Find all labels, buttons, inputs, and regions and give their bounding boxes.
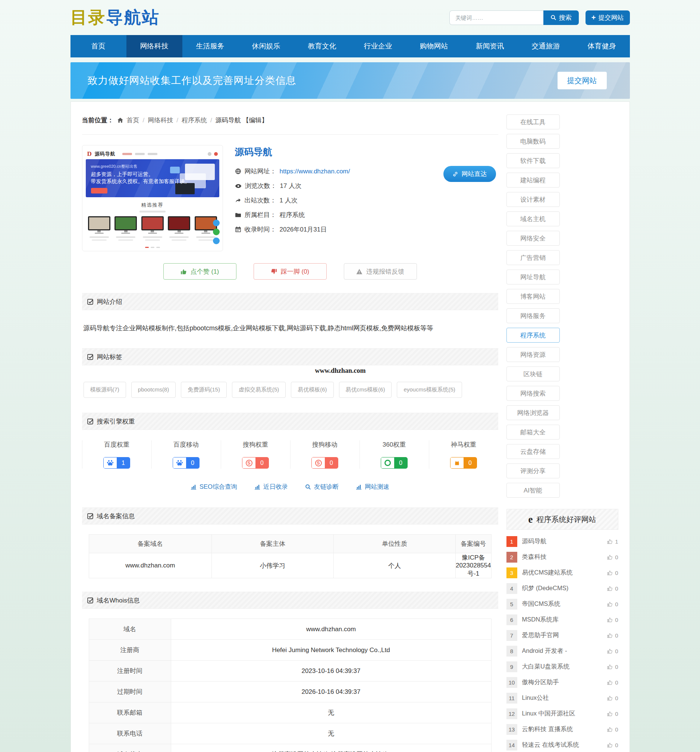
nav-tab[interactable]: 网络科技 [126, 35, 182, 57]
category-button[interactable]: 网络安全 [506, 231, 560, 246]
category-grid: 在线工具电脑数码软件下载建站编程设计素材域名主机网络安全广告营销网址导航博客网站… [506, 113, 618, 498]
category-button[interactable]: 设计素材 [506, 192, 560, 207]
nav-tab[interactable]: 交通旅游 [518, 35, 574, 57]
check-square-icon [87, 597, 93, 604]
banner-slogan: 致力做好网站收集工作以及完善网址分类信息 [88, 74, 297, 87]
category-button[interactable]: 评测分享 [506, 463, 560, 479]
rank-site-link[interactable]: 帝国CMS系统 [522, 600, 603, 608]
rank-site-link[interactable]: 傲梅分区助手 [522, 678, 603, 687]
likes-value: 0 [615, 695, 618, 701]
section-tags-title: 网站标签 [97, 353, 122, 361]
rank-site-link[interactable]: 易优CMS建站系统 [522, 569, 603, 577]
rank-site-link[interactable]: Linux公社 [522, 694, 603, 702]
tags-row: www.dhzhan.com 模板源码(7)pbootcms(8)免费源码(15… [82, 365, 498, 399]
whois-label-cell: 域名状态 [89, 744, 171, 752]
tag-pill[interactable]: pbootcms(8) [131, 382, 176, 398]
likes-count: 0 [607, 601, 618, 608]
category-button[interactable]: 广告营销 [506, 250, 560, 265]
likes-count: 0 [607, 585, 618, 592]
likes-value: 0 [615, 726, 618, 733]
weight-badge[interactable]: S 0 [242, 457, 269, 469]
category-button[interactable]: 区块链 [506, 367, 560, 381]
dislike-button-label: 踩一脚 (0) [281, 267, 310, 276]
rank-badge: 4 [506, 583, 517, 594]
category-button[interactable]: 程序系统 [506, 328, 560, 343]
rank-site-link[interactable]: 爱思助手官网 [522, 631, 603, 639]
search-input[interactable] [450, 11, 543, 25]
category-button[interactable]: 网络资源 [506, 347, 560, 362]
category-button[interactable]: 云盘存储 [506, 444, 560, 459]
rank-site-link[interactable]: 云豹科技 直播系统 [522, 725, 603, 733]
tag-pill[interactable]: 易优模板(6) [291, 382, 333, 398]
shenma-icon [454, 460, 460, 466]
category-button[interactable]: 邮箱大全 [506, 425, 560, 440]
search-button[interactable]: 搜索 [543, 11, 579, 25]
category-button[interactable]: 网络搜索 [506, 386, 560, 401]
site-url-link[interactable]: https://www.dhzhan.com/ [280, 168, 350, 175]
category-button[interactable]: 域名主机 [506, 211, 560, 226]
nav-tab[interactable]: 体育健身 [574, 35, 630, 57]
rank-site-link[interactable]: 织梦 (DedeCMS) [522, 584, 603, 592]
rank-site-link[interactable]: Linux 中国开源社区 [522, 710, 603, 718]
visit-site-button[interactable]: 网站直达 [443, 166, 496, 182]
rank-site-link[interactable]: 大白菜U盘装系统 [522, 662, 603, 671]
tag-pill[interactable]: 模板源码(7) [84, 382, 126, 398]
icp-value-cell: 小伟学习 [212, 553, 334, 578]
tag-pill[interactable]: 易优cms模板(6) [339, 382, 392, 398]
seo-tool-link[interactable]: 网站测速 [356, 483, 389, 491]
rank-site-link[interactable]: 类森科技 [522, 553, 603, 561]
weight-badge[interactable]: S 0 [381, 457, 408, 469]
breadcrumb-separator: / [176, 117, 178, 124]
nav-tab[interactable]: 新闻资讯 [462, 35, 518, 57]
category-button[interactable]: 软件下载 [506, 153, 560, 168]
dislike-button[interactable]: 踩一脚 (0) [254, 263, 327, 280]
breadcrumb-link[interactable]: 首页 [127, 116, 140, 124]
breadcrumb: 当前位置： 首页/网络科技/程序系统/ 源码导航 【编辑】 [82, 113, 498, 135]
tag-pill[interactable]: 免费源码(15) [181, 382, 227, 398]
preview-banner-line2: 超多资源，上手即可运营。 [91, 171, 214, 178]
report-button[interactable]: 违规报错反馈 [344, 263, 417, 280]
banner-submit-button[interactable]: 提交网站 [557, 72, 607, 90]
category-button[interactable]: 建站编程 [506, 172, 560, 188]
likes-count: 0 [607, 570, 618, 576]
preview-banner-button [91, 188, 107, 194]
weight-badge[interactable]: S 0 [450, 457, 477, 469]
breadcrumb-link[interactable]: 网络科技 [148, 116, 173, 124]
seo-tool-link[interactable]: 友链诊断 [305, 483, 339, 491]
seo-tool-link[interactable]: 近日收录 [254, 483, 288, 491]
like-button[interactable]: 点个赞 (1) [163, 263, 236, 280]
nav-tab[interactable]: 生活服务 [182, 35, 238, 57]
tag-pill[interactable]: eyoucms模板系统(5) [397, 382, 462, 398]
nav-tab[interactable]: 购物网站 [406, 35, 462, 57]
seo-tool-link[interactable]: SEO综合查询 [191, 483, 237, 491]
weight-badge[interactable]: S 0 [173, 457, 199, 469]
site-logo[interactable]: 目录导航站 [70, 6, 160, 29]
weight-badge[interactable]: S 1 [103, 457, 130, 469]
nav-tab[interactable]: 行业企业 [350, 35, 406, 57]
category-button[interactable]: 网络服务 [506, 308, 560, 323]
site-screenshot[interactable]: D 源码导航 www.gree020.cn整站出售 超多资源，上手即可运营。 带… [82, 145, 223, 251]
weight-badge[interactable]: S 0 [311, 457, 338, 469]
nav-tab[interactable]: 休闲娱乐 [238, 35, 294, 57]
nav-tab[interactable]: 教育文化 [294, 35, 350, 57]
rank-site-link[interactable]: 源码导航 [522, 537, 603, 545]
submit-site-button[interactable]: + 提交网站 [585, 11, 630, 25]
search-box: 搜索 [450, 11, 579, 25]
category-button[interactable]: 电脑数码 [506, 134, 560, 149]
breadcrumb-link[interactable]: 程序系统 [182, 116, 207, 124]
visit-site-label: 网站直达 [462, 169, 487, 178]
nav-tab[interactable]: 首页 [70, 35, 126, 57]
category-button[interactable]: 在线工具 [506, 115, 560, 129]
search-icon [551, 14, 557, 20]
whois-label-cell: 联系邮箱 [89, 702, 171, 723]
category-button[interactable]: 网络浏览器 [506, 405, 560, 420]
category-button[interactable]: 博客网站 [506, 289, 560, 304]
rank-site-link[interactable]: 轻速云 在线考试系统 [522, 741, 603, 749]
rank-site-link[interactable]: MSDN系统库 [522, 615, 603, 624]
site-stat-row: 出站次数： 1 人次 [235, 196, 498, 205]
tag-pill[interactable]: 虚拟交易系统(5) [232, 382, 286, 398]
likes-count: 0 [607, 726, 618, 733]
category-button[interactable]: 网址导航 [506, 270, 560, 284]
rank-site-link[interactable]: Android 开发者 - [522, 647, 603, 655]
category-button[interactable]: AI智能 [506, 483, 560, 498]
